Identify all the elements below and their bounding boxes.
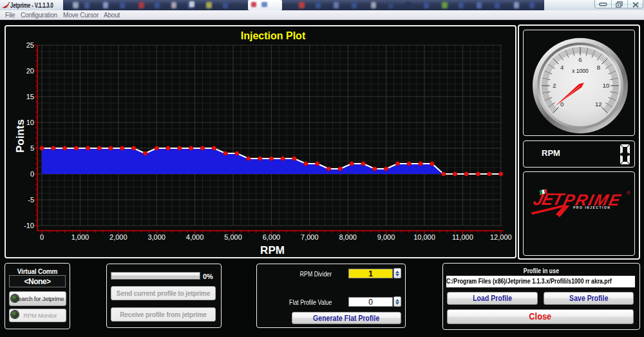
svg-text:-10: -10 <box>24 222 34 229</box>
svg-text:0: 0 <box>40 233 44 241</box>
svg-text:6,000: 6,000 <box>263 233 281 241</box>
svg-text:4,000: 4,000 <box>186 233 204 241</box>
svg-text:Injection Plot: Injection Plot <box>241 30 306 41</box>
svg-text:5,000: 5,000 <box>224 233 242 241</box>
svg-text:-5: -5 <box>28 196 34 204</box>
svg-text:15: 15 <box>26 93 34 101</box>
svg-text:9,000: 9,000 <box>377 233 395 241</box>
svg-text:PRO INJECTION: PRO INJECTION <box>573 206 611 209</box>
svg-text:25: 25 <box>26 41 34 49</box>
svg-text:12,000: 12,000 <box>490 233 512 241</box>
svg-text:10: 10 <box>26 119 34 126</box>
svg-text:2,000: 2,000 <box>109 233 128 241</box>
svg-text:10,000: 10,000 <box>413 233 435 241</box>
svg-text:6: 6 <box>578 56 582 63</box>
svg-text:x 1000: x 1000 <box>572 68 589 74</box>
svg-text:RPM: RPM <box>260 244 285 256</box>
svg-text:3,000: 3,000 <box>147 233 166 241</box>
svg-text:4: 4 <box>560 64 564 71</box>
svg-text:12: 12 <box>595 101 602 108</box>
svg-text:8,000: 8,000 <box>339 233 357 241</box>
svg-text:®: ® <box>627 190 630 196</box>
svg-text:7,000: 7,000 <box>301 233 319 241</box>
svg-text:Points: Points <box>14 119 26 153</box>
svg-text:0: 0 <box>30 170 34 178</box>
svg-text:1,000: 1,000 <box>71 233 90 241</box>
svg-text:8: 8 <box>597 64 600 71</box>
svg-text:5: 5 <box>30 144 34 152</box>
svg-text:10: 10 <box>603 82 610 89</box>
svg-text:2: 2 <box>553 82 556 89</box>
svg-text:20: 20 <box>26 67 34 75</box>
svg-text:11,000: 11,000 <box>452 233 473 241</box>
